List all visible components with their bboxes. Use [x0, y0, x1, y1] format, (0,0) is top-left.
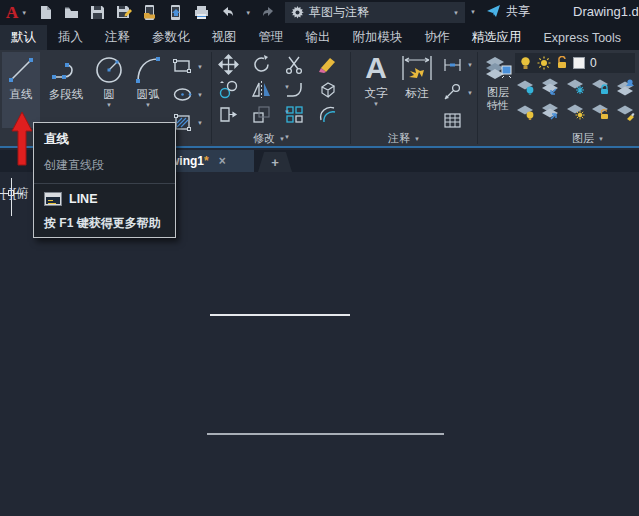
text-icon: A — [365, 52, 387, 84]
modify-panel-expand-icon[interactable]: ▼ — [279, 136, 285, 142]
drawn-line-2[interactable] — [207, 433, 444, 435]
undo-dropdown-icon[interactable]: ▼ — [245, 10, 251, 16]
annotation-panel-label[interactable]: 注释▼ — [388, 131, 420, 146]
copy-button[interactable] — [218, 79, 251, 104]
save-button[interactable] — [89, 4, 106, 21]
ribbon-tab-annotate[interactable]: 注释 — [94, 25, 141, 50]
drawn-line-1[interactable] — [210, 314, 350, 316]
chevron-down-icon: ▼ — [21, 10, 27, 16]
layer-dropdown[interactable]: 0 — [515, 53, 635, 73]
layer-unisolate-button[interactable] — [540, 101, 565, 126]
layer-freeze-button[interactable] — [565, 76, 590, 101]
circle-tool-button[interactable]: 圆 ▼ — [92, 55, 126, 108]
layer-lock-button[interactable] — [590, 76, 615, 101]
open-file-button[interactable] — [63, 4, 80, 21]
layer-on-bulb-icon — [519, 56, 532, 70]
ribbon-tab-addins[interactable]: 附加模块 — [342, 25, 414, 50]
stretch-button[interactable] — [218, 104, 251, 129]
layer-off-button[interactable] — [515, 76, 540, 101]
rectangle-tool-button[interactable]: ▼ — [172, 56, 203, 77]
layer-thaw-button[interactable] — [565, 101, 590, 126]
layer-isolate-icon — [540, 76, 561, 97]
undo-button[interactable] — [219, 4, 236, 21]
close-tab-icon[interactable]: × — [219, 154, 226, 168]
ribbon-tab-insert[interactable]: 插入 — [47, 25, 94, 50]
save-as-button[interactable] — [115, 4, 132, 21]
share-button[interactable]: 共享 — [486, 3, 530, 20]
ribbon-tab-featured-apps[interactable]: 精选应用 — [461, 25, 533, 50]
ribbon-tab-collaborate[interactable]: 协作 — [414, 25, 461, 50]
match-layer-button[interactable] — [615, 101, 639, 126]
ribbon-tab-manage[interactable]: 管理 — [248, 25, 295, 50]
polyline-tool-button[interactable]: 多段线 — [42, 55, 90, 102]
array-button[interactable]: ▼ — [284, 104, 317, 129]
ribbon-tab-output[interactable]: 输出 — [295, 25, 342, 50]
scale-button[interactable] — [251, 104, 284, 129]
text-dropdown-icon[interactable]: ▼ — [373, 101, 379, 107]
move-button[interactable] — [218, 54, 251, 79]
line-icon — [6, 55, 36, 85]
linear-dimension-dropdown-icon[interactable]: ▼ — [467, 62, 473, 68]
app-menu-button[interactable]: A ▼ — [0, 4, 33, 21]
layers-panel-label[interactable]: 图层▼ — [572, 131, 604, 146]
table-button[interactable] — [442, 110, 473, 131]
rectangle-icon — [172, 56, 193, 77]
leader-icon — [442, 82, 463, 103]
workspace-name: 草图与注释 — [309, 4, 448, 21]
text-tool-button[interactable]: A 文字 ▼ — [358, 52, 394, 107]
save-to-web-button[interactable] — [167, 4, 184, 21]
layer-isolate-button[interactable] — [540, 76, 565, 101]
circle-dropdown-icon[interactable]: ▼ — [106, 102, 112, 108]
offset-icon — [317, 104, 338, 125]
open-from-web-button[interactable] — [141, 4, 158, 21]
workspace-selector[interactable]: 草图与注释 ▼ — [285, 2, 465, 23]
layer-color-swatch[interactable] — [573, 57, 585, 69]
arc-tool-button[interactable]: 圆弧 ▼ — [128, 55, 168, 108]
arc-dropdown-icon[interactable]: ▼ — [145, 102, 151, 108]
gear-icon — [291, 6, 304, 19]
rotate-icon — [251, 54, 272, 75]
new-file-button[interactable] — [37, 4, 54, 21]
annotation-panel-expand-icon[interactable]: ▼ — [414, 136, 420, 142]
leader-button[interactable]: ▼ — [442, 82, 473, 103]
ellipse-dropdown-icon[interactable]: ▼ — [197, 92, 203, 98]
ellipse-tool-button[interactable]: ▼ — [172, 84, 203, 105]
mirror-button[interactable] — [251, 79, 284, 104]
modify-panel-label[interactable]: 修改▼ — [253, 131, 285, 146]
ribbon-tab-home[interactable]: 默认 — [0, 25, 47, 50]
rectangle-dropdown-icon[interactable]: ▼ — [197, 64, 203, 70]
rotate-button[interactable] — [251, 54, 284, 79]
workspace-dropdown-icon: ▼ — [453, 10, 459, 16]
layers-panel-expand-icon[interactable]: ▼ — [598, 136, 604, 142]
qat-overflow-dropdown-icon[interactable]: ▼ — [470, 9, 476, 15]
hatch-dropdown-icon[interactable]: ▼ — [197, 120, 203, 126]
ribbon-tab-parametric[interactable]: 参数化 — [141, 25, 201, 50]
erase-icon — [317, 54, 338, 75]
linear-dimension-button[interactable]: ▼ — [442, 54, 473, 75]
trim-button[interactable]: ▼ — [284, 54, 317, 79]
layer-freeze-icon — [565, 76, 586, 97]
panel-separator — [477, 52, 478, 144]
layer-properties-button[interactable]: 图层 特性 — [481, 52, 515, 112]
offset-button[interactable] — [317, 104, 350, 129]
mirror-icon — [251, 79, 272, 100]
hatch-tool-button[interactable]: ▼ — [172, 112, 203, 133]
line-tool-label: 直线 — [10, 87, 33, 102]
layer-off-icon — [515, 76, 536, 97]
ribbon-tab-view[interactable]: 视图 — [201, 25, 248, 50]
make-current-button[interactable] — [615, 76, 639, 101]
print-button[interactable] — [193, 4, 210, 21]
layer-unlock-icon — [590, 101, 611, 122]
modified-indicator: * — [204, 154, 209, 168]
crosshair-cursor — [14, 193, 23, 194]
erase-button[interactable] — [317, 54, 350, 79]
layer-on-button[interactable] — [515, 101, 540, 126]
new-drawing-tab-button[interactable]: + — [258, 152, 292, 172]
ribbon-tab-express-tools[interactable]: Express Tools — [533, 25, 633, 50]
explode-button[interactable] — [317, 79, 350, 104]
fillet-button[interactable]: ▼ — [284, 79, 317, 104]
dimension-tool-button[interactable]: 标注 — [396, 52, 438, 101]
leader-dropdown-icon[interactable]: ▼ — [467, 90, 473, 96]
redo-button[interactable] — [260, 4, 277, 21]
layer-unlock-button[interactable] — [590, 101, 615, 126]
